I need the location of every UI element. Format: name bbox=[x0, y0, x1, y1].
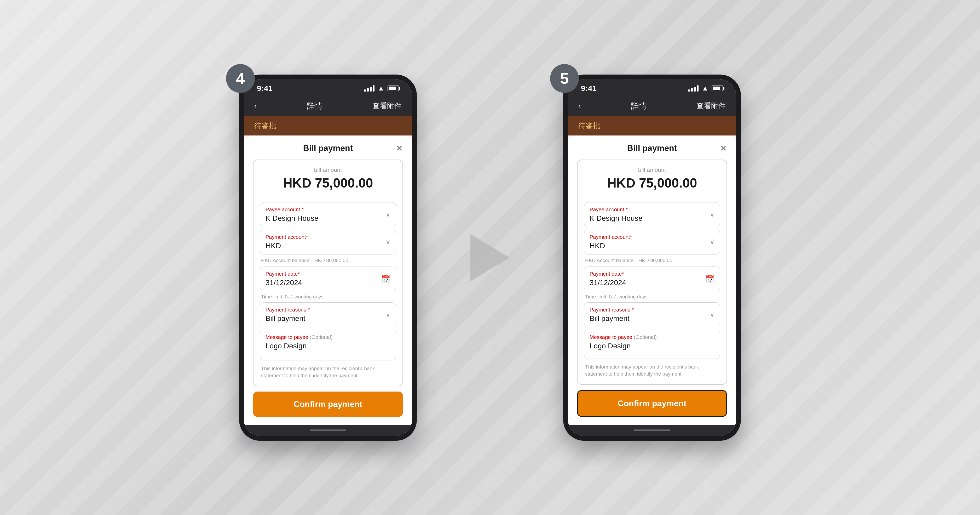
modal-area-5: Bill payment ✕ bill amount HKD 75,000.00 bbox=[568, 136, 736, 425]
time-limit-hint-4: Time limit: 0–1 working days bbox=[260, 294, 396, 300]
wifi-icon-4: ▲ bbox=[378, 84, 384, 92]
home-indicator-4 bbox=[244, 425, 412, 436]
nav-bar-4: ‹ 詳情 查看附件 bbox=[244, 96, 412, 116]
reasons-chevron-icon-5: ∨ bbox=[710, 311, 714, 318]
payment-reasons-field-4[interactable]: Payment reasons * Bill payment ∨ bbox=[260, 302, 396, 327]
signal-icon-4 bbox=[364, 85, 374, 92]
message-hint-4: This information may appear on the recip… bbox=[260, 365, 396, 379]
back-button-5[interactable]: ‹ bbox=[578, 102, 581, 110]
status-bar-4: 9:41 ▲ bbox=[244, 79, 412, 96]
battery-icon-4 bbox=[388, 86, 399, 91]
message-value-4: Logo Design bbox=[266, 342, 390, 350]
pending-text-4: 待審批 bbox=[254, 122, 276, 130]
payment-date-value-5: 31/12/2024 bbox=[590, 279, 714, 287]
payment-account-field-5[interactable]: Payment account* HKD ∨ bbox=[584, 230, 720, 255]
amount-value-4: HKD 75,000.00 bbox=[260, 175, 396, 191]
reasons-chevron-icon-4: ∨ bbox=[386, 311, 390, 318]
modal-close-5[interactable]: ✕ bbox=[720, 143, 727, 153]
payment-reasons-label-4: Payment reasons * bbox=[266, 307, 390, 313]
confirm-payment-button-4[interactable]: Confirm payment bbox=[253, 392, 403, 417]
amount-label-4: bill amount bbox=[260, 167, 396, 174]
phone5-inner: 9:41 ▲ bbox=[568, 79, 736, 436]
amount-value-5: HKD 75,000.00 bbox=[584, 175, 720, 191]
payment-date-value-4: 31/12/2024 bbox=[266, 279, 390, 287]
payee-chevron-icon-5: ∨ bbox=[710, 211, 714, 218]
nav-title-4: 詳情 bbox=[307, 101, 323, 112]
status-icons-4: ▲ bbox=[364, 84, 399, 92]
message-hint-5: This information may appear on the recip… bbox=[584, 364, 720, 378]
back-button-4[interactable]: ‹ bbox=[254, 102, 257, 110]
amount-label-5: bill amount bbox=[584, 167, 720, 174]
status-bar-5: 9:41 ▲ bbox=[568, 79, 736, 96]
message-label-5: Message to payee (Optional) bbox=[590, 334, 714, 340]
payment-reasons-value-5: Bill payment bbox=[590, 314, 714, 323]
modal-header-5: Bill payment ✕ bbox=[577, 143, 727, 153]
status-time-5: 9:41 bbox=[581, 84, 597, 93]
payment-reasons-label-5: Payment reasons * bbox=[590, 307, 714, 313]
view-attachment-button-5[interactable]: 查看附件 bbox=[697, 101, 726, 111]
payment-account-chevron-icon-5: ∨ bbox=[710, 238, 714, 246]
modal-title-5: Bill payment bbox=[627, 143, 677, 153]
amount-section-5: bill amount HKD 75,000.00 bbox=[584, 167, 720, 196]
arrow-shape bbox=[470, 234, 510, 281]
nav-title-5: 詳情 bbox=[631, 101, 646, 112]
balance-hint-4: HKD Account balance：HKD 80,000.00 bbox=[260, 257, 396, 264]
calendar-icon-4[interactable]: 📅 bbox=[381, 275, 390, 283]
modal-title-4: Bill payment bbox=[303, 143, 353, 153]
payment-account-field-4[interactable]: Payment account* HKD ∨ bbox=[260, 230, 396, 255]
payment-account-label-4: Payment account* bbox=[266, 234, 390, 240]
payment-date-field-4[interactable]: Payment date* 31/12/2024 📅 bbox=[260, 266, 396, 291]
payment-account-value-5: HKD bbox=[590, 242, 714, 250]
payment-reasons-value-4: Bill payment bbox=[266, 314, 390, 323]
payee-account-value-5: K Design House bbox=[590, 214, 714, 223]
page-container: 4 9:41 ▲ bbox=[239, 75, 741, 441]
wifi-icon-5: ▲ bbox=[702, 84, 708, 92]
payment-date-label-5: Payment date* bbox=[590, 271, 714, 277]
modal-sheet-5: Bill payment ✕ bill amount HKD 75,000.00 bbox=[568, 136, 736, 425]
view-attachment-button-4[interactable]: 查看附件 bbox=[372, 101, 402, 111]
message-label-4: Message to payee (Optional) bbox=[266, 334, 390, 340]
payee-account-label-4: Payee account * bbox=[266, 207, 390, 213]
amount-section-4: bill amount HKD 75,000.00 bbox=[260, 167, 396, 196]
status-time-4: 9:41 bbox=[257, 84, 272, 93]
form-card-5: bill amount HKD 75,000.00 Payee account … bbox=[577, 159, 727, 385]
payee-account-field-5[interactable]: Payee account * K Design House ∨ bbox=[584, 202, 720, 227]
step4-badge: 4 bbox=[226, 64, 255, 93]
payee-chevron-icon-4: ∨ bbox=[386, 211, 390, 218]
payment-reasons-field-5[interactable]: Payment reasons * Bill payment ∨ bbox=[584, 302, 720, 327]
message-field-5[interactable]: Message to payee (Optional) Logo Design bbox=[584, 330, 720, 359]
home-indicator-5 bbox=[568, 425, 736, 436]
calendar-icon-5[interactable]: 📅 bbox=[705, 275, 714, 283]
pending-banner-5: 待審批 bbox=[568, 116, 736, 136]
balance-hint-5: HKD Account balance：HKD 80,000.00 bbox=[584, 257, 720, 264]
confirm-payment-button-5[interactable]: Confirm payment bbox=[577, 390, 727, 417]
payment-date-field-5[interactable]: Payment date* 31/12/2024 📅 bbox=[584, 266, 720, 291]
payee-account-value-4: K Design House bbox=[266, 214, 390, 223]
nav-bar-5: ‹ 詳情 查看附件 bbox=[568, 96, 736, 116]
payment-account-chevron-icon-4: ∨ bbox=[386, 238, 390, 246]
step5-badge: 5 bbox=[550, 64, 579, 93]
payment-date-label-4: Payment date* bbox=[266, 271, 390, 277]
signal-icon-5 bbox=[688, 85, 698, 92]
time-limit-hint-5: Time limit: 0–1 working days bbox=[584, 294, 720, 300]
payee-account-field-4[interactable]: Payee account * K Design House ∨ bbox=[260, 202, 396, 227]
home-bar-4 bbox=[310, 429, 346, 431]
phone4-inner: 9:41 ▲ bbox=[244, 79, 412, 436]
home-bar-5 bbox=[634, 429, 670, 431]
phone4-frame: 9:41 ▲ bbox=[239, 75, 417, 441]
payment-account-value-4: HKD bbox=[266, 242, 390, 250]
modal-sheet-4: Bill payment ✕ bill amount HKD 75,000.00 bbox=[244, 136, 412, 425]
modal-header-4: Bill payment ✕ bbox=[253, 143, 403, 153]
payment-account-label-5: Payment account* bbox=[590, 234, 714, 240]
status-icons-5: ▲ bbox=[688, 84, 723, 92]
payee-account-label-5: Payee account * bbox=[590, 207, 714, 213]
step-arrow bbox=[464, 234, 516, 281]
message-value-5: Logo Design bbox=[590, 342, 714, 350]
phone5-frame: 9:41 ▲ bbox=[563, 75, 741, 441]
screen4-wrapper: 4 9:41 ▲ bbox=[239, 75, 417, 441]
modal-close-4[interactable]: ✕ bbox=[396, 143, 403, 153]
message-field-4[interactable]: Message to payee (Optional) Logo Design bbox=[260, 330, 396, 361]
pending-text-5: 待審批 bbox=[578, 122, 600, 130]
pending-banner-4: 待審批 bbox=[244, 116, 412, 136]
modal-area-4: Bill payment ✕ bill amount HKD 75,000.00 bbox=[244, 136, 412, 425]
